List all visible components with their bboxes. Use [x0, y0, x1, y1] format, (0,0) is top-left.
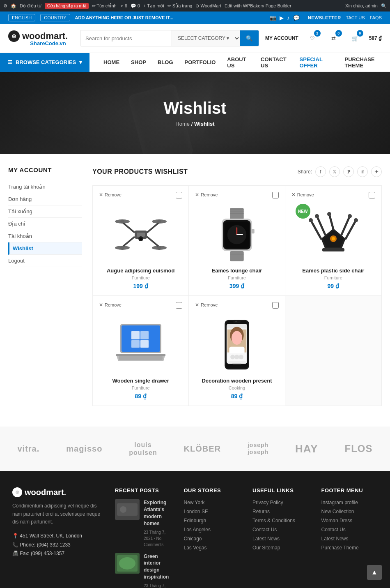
product-image-wrap-3: NEW — [291, 202, 375, 267]
remove-button-1[interactable]: ✕ Remove — [99, 192, 182, 198]
wishlist-header: YOUR PRODUCTS WISHLIST Share: f 𝕏 𝐏 in ✈ — [92, 166, 382, 177]
link-contact: Contact Us — [252, 526, 309, 533]
footer-menu-list: Instagram profile New Collection Woman D… — [321, 499, 378, 551]
menu-instagram: Instagram profile — [321, 499, 378, 505]
product-checkbox-3[interactable] — [369, 192, 375, 198]
svg-point-12 — [120, 246, 124, 250]
nav-links: HOME SHOP BLOG PORTFOLIO ABOUT US CONTAC… — [89, 53, 390, 72]
remove-label: Remove — [105, 192, 122, 197]
phone-shape-1 — [127, 83, 194, 154]
wishlist-button[interactable]: ♡ 2 — [305, 31, 320, 46]
svg-point-71 — [120, 506, 126, 513]
product-row-1: ✕ Remove — [92, 185, 382, 296]
remove-button-2[interactable]: ✕ Remove — [195, 192, 278, 198]
product-price-4: 89 ₫ — [99, 393, 182, 399]
brand-flos: FLOS — [345, 443, 373, 454]
brand-joseph: josephjoseph — [248, 442, 268, 456]
instagram-icon[interactable]: 📷 — [270, 15, 276, 21]
sidebar-title: MY ACCOUNT — [8, 166, 82, 173]
share-linkedin[interactable]: in — [357, 166, 368, 177]
remove-button-4[interactable]: ✕ Remove — [99, 302, 182, 308]
share-pinterest[interactable]: 𝐏 — [343, 166, 354, 177]
nav-purchase-theme[interactable]: PURCHASE THEME — [339, 53, 390, 72]
product-row-2: ✕ Remove — [92, 296, 382, 406]
store-london: London SF — [184, 508, 241, 514]
svg-rect-29 — [251, 229, 254, 233]
svg-rect-49 — [131, 340, 140, 348]
browse-categories-button[interactable]: ☰ BROWSE CATEGORIES ▾ — [0, 53, 89, 72]
product-cell-2: ✕ Remove — [189, 186, 285, 295]
nav-contact[interactable]: CONTACT US — [255, 53, 294, 72]
sidebar-item-downloads: Tải xuống — [8, 205, 82, 218]
svg-point-40 — [348, 214, 352, 218]
product-name-1: Augue adipiscing euismod — [99, 267, 182, 274]
remove-button-3[interactable]: ✕ Remove — [291, 192, 375, 198]
cart-badge: 0 — [357, 30, 363, 37]
product-name-3: Eames plastic side chair — [291, 267, 375, 274]
compare-button[interactable]: ⇄ 0 — [326, 31, 341, 46]
share-facebook[interactable]: f — [315, 166, 326, 177]
nav-blog[interactable]: BLOG — [152, 53, 179, 72]
svg-point-65 — [239, 355, 243, 359]
drone-image — [114, 212, 167, 257]
cart-button[interactable]: 🛒 0 — [348, 31, 362, 46]
tiktok-icon[interactable]: ♪ — [287, 15, 290, 21]
scroll-to-top-button[interactable]: ▲ — [367, 565, 382, 580]
nav-home[interactable]: HOME — [98, 53, 125, 72]
top-bar: ENGLISH COUNTRY ADD ANYTHING HERE OR JUS… — [0, 12, 390, 24]
browse-categories-label: BROWSE CATEGORIES — [16, 59, 76, 65]
brands-section: vitra. magisso louispoulsen KLÖBER josep… — [0, 427, 390, 471]
product-checkbox-4[interactable] — [176, 302, 182, 309]
remove-button-5[interactable]: ✕ Remove — [195, 302, 278, 308]
country-selector[interactable]: COUNTRY — [40, 14, 70, 21]
faqs-link[interactable]: FAQS — [370, 15, 382, 20]
my-account-link[interactable]: MY ACCOUNT — [265, 35, 298, 41]
share-twitter[interactable]: 𝕏 — [329, 166, 340, 177]
share-telegram[interactable]: ✈ — [371, 166, 382, 177]
footer-useful-links: USEFUL LINKS Privacy Policy Returns Term… — [252, 487, 309, 588]
footer-grid: ⊛ woodmart. Condimentum adipiscing vel n… — [12, 487, 378, 588]
discord-icon[interactable]: 💬 — [293, 15, 300, 21]
search-button[interactable]: 🔍 — [240, 30, 259, 46]
language-selector[interactable]: ENGLISH — [8, 14, 35, 21]
nav-special-offer[interactable]: SPECIAL OFFER — [294, 53, 339, 72]
footer-useful-links-title: USEFUL LINKS — [252, 487, 309, 493]
newsletter-link[interactable]: NEWSLETTER — [308, 15, 341, 20]
store-badge[interactable]: Cửa hàng sắp ra mắt — [45, 3, 89, 9]
nav-portfolio[interactable]: PORTFOLIO — [179, 53, 222, 72]
search-bar: SELECT CATEGORY ▾ 🔍 — [80, 30, 259, 46]
product-name-2: Eames lounge chair — [195, 267, 278, 274]
product-image-wrap-5 — [195, 312, 278, 378]
svg-rect-48 — [140, 331, 149, 339]
main-content: MY ACCOUNT Trang tài khoản Đơn hàng Tải … — [0, 154, 390, 418]
svg-point-64 — [234, 355, 239, 359]
product-cell-4: ✕ Remove — [93, 296, 189, 406]
brand-louis-poulsen: louispoulsen — [129, 441, 157, 457]
nav-shop[interactable]: SHOP — [125, 53, 152, 72]
product-cat-2: Furniture — [195, 275, 278, 280]
svg-rect-66 — [232, 363, 241, 364]
product-cat-3: Furniture — [291, 275, 375, 280]
svg-point-13 — [157, 246, 161, 250]
youtube-icon[interactable]: ▶ — [280, 15, 284, 21]
phone-image — [220, 318, 253, 371]
svg-point-41 — [354, 218, 358, 222]
product-checkbox-5[interactable] — [272, 302, 279, 309]
store-chicago: Chicago — [184, 535, 241, 542]
store-edinburgh: Edinburgh — [184, 517, 241, 523]
wishlist-title: YOUR PRODUCTS WISHLIST — [92, 168, 188, 175]
top-bar-text: ADD ANYTHING HERE OR JUST REMOVE IT... — [75, 15, 265, 20]
product-checkbox-2[interactable] — [272, 192, 279, 198]
svg-point-11 — [157, 219, 161, 224]
product-cat-1: Furniture — [99, 275, 182, 280]
search-input[interactable] — [80, 30, 172, 46]
nav-about[interactable]: ABOUT US — [221, 53, 255, 72]
menu-icon: ☰ — [7, 59, 12, 65]
product-checkbox-1[interactable] — [176, 192, 182, 198]
wishlist-area: YOUR PRODUCTS WISHLIST Share: f 𝕏 𝐏 in ✈… — [92, 166, 382, 406]
brand-hay: HAY — [295, 443, 318, 455]
contact-link[interactable]: TACT US — [346, 15, 365, 20]
category-select[interactable]: SELECT CATEGORY ▾ — [172, 30, 240, 46]
breadcrumb-home[interactable]: Home — [175, 121, 190, 127]
footer-stores-title: OUR STORES — [184, 487, 241, 493]
